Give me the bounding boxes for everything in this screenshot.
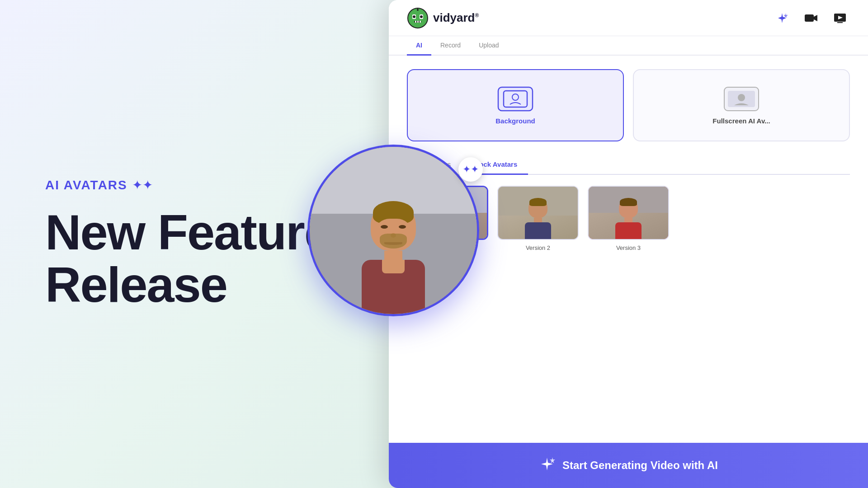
generate-button-text: Start Generating Video with AI (562, 459, 718, 472)
avatar-sparkle-badge: ✦✦ (458, 157, 483, 182)
svg-point-4 (420, 15, 423, 18)
svg-point-6 (417, 9, 419, 11)
svg-rect-10 (420, 21, 421, 23)
fullscreen-card-label: Fullscreen AI Av... (712, 117, 770, 125)
generate-video-button[interactable]: Start Generating Video with AI (389, 443, 868, 488)
camera-nav-button[interactable] (801, 8, 821, 28)
floating-avatar-preview (307, 145, 479, 316)
sparkle-generate-icon (539, 456, 555, 472)
avatar-item-3[interactable]: Version 3 (588, 186, 669, 251)
avatar-2-label: Version 2 (526, 244, 550, 251)
svg-point-3 (413, 15, 415, 18)
logo-area: vidyard® (407, 7, 479, 29)
avatar-neck (384, 251, 402, 260)
generate-sparkle-icon (539, 456, 555, 475)
avatar-beard (380, 234, 407, 249)
sparkle-nav-icon (776, 12, 788, 24)
avatar-3-label: Version 3 (616, 244, 641, 251)
tab-record[interactable]: Record (431, 36, 470, 56)
avatar-thumb-2 (497, 186, 579, 240)
svg-rect-14 (837, 22, 843, 23)
tab-ai[interactable]: AI (407, 36, 431, 56)
background-card-label: Background (495, 117, 535, 125)
svg-rect-8 (415, 21, 416, 23)
camera-nav-icon (804, 13, 818, 23)
ai-avatars-label: AI AVATARS ✦✦ (45, 178, 348, 192)
svg-marker-12 (814, 15, 817, 21)
svg-point-0 (408, 8, 428, 28)
logo-text: vidyard® (433, 11, 479, 25)
fullscreen-layout-icon (723, 86, 760, 112)
ai-avatars-text: AI AVATARS (45, 178, 127, 192)
avatar-item-2[interactable]: Version 2 (497, 186, 579, 251)
layout-card-background[interactable]: Background (407, 69, 624, 141)
navbar-icons (772, 8, 850, 28)
svg-point-21 (738, 94, 745, 101)
avatar-head (371, 201, 416, 251)
layout-cards-row: Background Fullscreen AI Av... (407, 69, 850, 141)
layout-card-fullscreen[interactable]: Fullscreen AI Av... (633, 69, 850, 141)
play-nav-button[interactable] (830, 8, 850, 28)
sparkles-decoration-icon: ✦✦ (132, 178, 153, 192)
avatar-face (310, 147, 477, 314)
avatar-body (362, 260, 425, 314)
headline-text: New Feature Release (45, 206, 348, 310)
play-nav-icon (834, 13, 846, 23)
nav-tab-bar: AI Record Upload (389, 36, 868, 56)
tab-upload[interactable]: Upload (470, 36, 508, 56)
vidyard-logo-icon (407, 7, 429, 29)
svg-rect-11 (805, 14, 814, 22)
svg-rect-9 (417, 21, 419, 23)
background-layout-icon (497, 86, 533, 112)
ai-generate-nav-button[interactable] (772, 8, 792, 28)
navbar: vidyard® (389, 0, 868, 36)
avatar-thumb-3 (588, 186, 669, 240)
